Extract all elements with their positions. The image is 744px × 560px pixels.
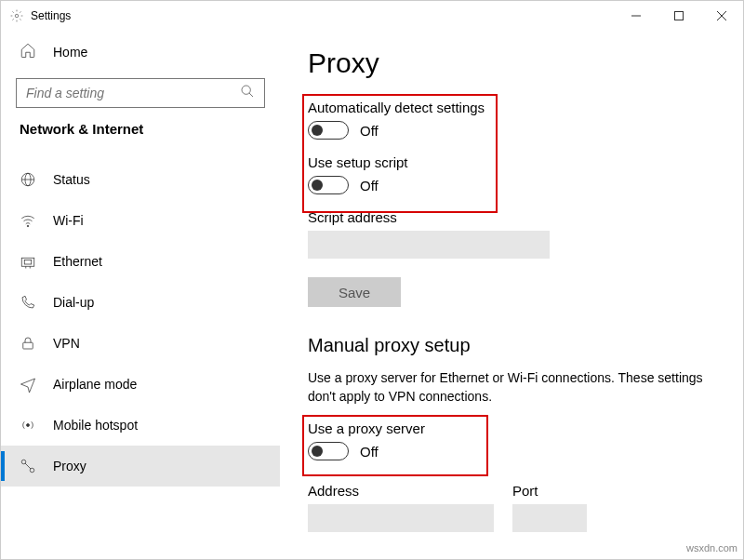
sidebar-item-label: Airplane mode (53, 377, 137, 392)
search-icon (240, 84, 255, 102)
sidebar-item-vpn[interactable]: VPN (1, 323, 280, 364)
sidebar-item-label: Wi-Fi (53, 213, 84, 228)
sidebar-item-dialup[interactable]: Dial-up (1, 282, 280, 323)
page-title: Proxy (308, 47, 723, 79)
sidebar-home[interactable]: Home (1, 31, 280, 73)
sidebar-item-hotspot[interactable]: Mobile hotspot (1, 405, 280, 446)
highlight-box (302, 94, 498, 213)
address-label: Address (308, 483, 494, 499)
main-panel: Proxy Automatically detect settings Off … (280, 31, 743, 560)
gear-icon (10, 9, 23, 22)
port-input[interactable] (512, 504, 587, 532)
sidebar-item-label: VPN (53, 336, 80, 351)
watermark: wsxdn.com (686, 542, 737, 553)
close-button[interactable] (700, 1, 743, 31)
maximize-button[interactable] (658, 1, 700, 31)
use-proxy-toggle[interactable] (308, 442, 349, 460)
sidebar-item-label: Mobile hotspot (53, 418, 138, 433)
svg-rect-12 (24, 260, 32, 265)
svg-rect-2 (675, 12, 684, 20)
sidebar-item-label: Status (53, 172, 90, 187)
save-button[interactable]: Save (308, 277, 401, 307)
ethernet-icon (20, 253, 36, 270)
search-box[interactable] (16, 78, 265, 108)
airplane-icon (20, 376, 36, 393)
sidebar-nav: Status Wi-Fi Ethernet Dial-up VPN Airpla… (1, 159, 280, 487)
sidebar-category: Network & Internet (1, 121, 280, 146)
vpn-icon (20, 335, 36, 352)
sidebar-item-label: Ethernet (53, 254, 102, 269)
home-icon (20, 42, 36, 61)
home-label: Home (53, 45, 87, 60)
svg-line-6 (249, 93, 253, 97)
globe-icon (20, 171, 36, 188)
script-address-input[interactable] (308, 231, 550, 259)
titlebar: Settings (1, 1, 743, 31)
window-controls (615, 1, 743, 31)
minimize-button[interactable] (615, 1, 658, 31)
hotspot-icon (20, 417, 36, 433)
sidebar-item-status[interactable]: Status (1, 159, 280, 200)
proxy-icon (20, 458, 36, 474)
svg-point-16 (27, 424, 30, 427)
manual-description: Use a proxy server for Ethernet or Wi-Fi… (308, 369, 723, 406)
sidebar: Home Network & Internet Status Wi-Fi E (1, 31, 280, 560)
sidebar-item-proxy[interactable]: Proxy (1, 446, 280, 487)
svg-point-0 (15, 14, 19, 18)
sidebar-item-label: Dial-up (53, 295, 94, 310)
wifi-icon (20, 212, 36, 229)
sidebar-item-ethernet[interactable]: Ethernet (1, 241, 280, 282)
svg-point-5 (242, 86, 250, 94)
address-input[interactable] (308, 504, 494, 532)
auto-detect-toggle[interactable] (308, 121, 349, 140)
dialup-icon (20, 294, 36, 311)
sidebar-item-label: Proxy (53, 459, 86, 473)
manual-heading: Manual proxy setup (308, 335, 723, 356)
svg-point-10 (27, 225, 29, 227)
window-title: Settings (31, 9, 71, 22)
sidebar-item-wifi[interactable]: Wi-Fi (1, 200, 280, 241)
setup-script-toggle[interactable] (308, 176, 349, 194)
search-input[interactable] (26, 86, 231, 100)
sidebar-item-airplane[interactable]: Airplane mode (1, 364, 280, 405)
svg-rect-15 (23, 342, 33, 349)
port-label: Port (512, 483, 587, 499)
svg-rect-11 (21, 258, 34, 266)
